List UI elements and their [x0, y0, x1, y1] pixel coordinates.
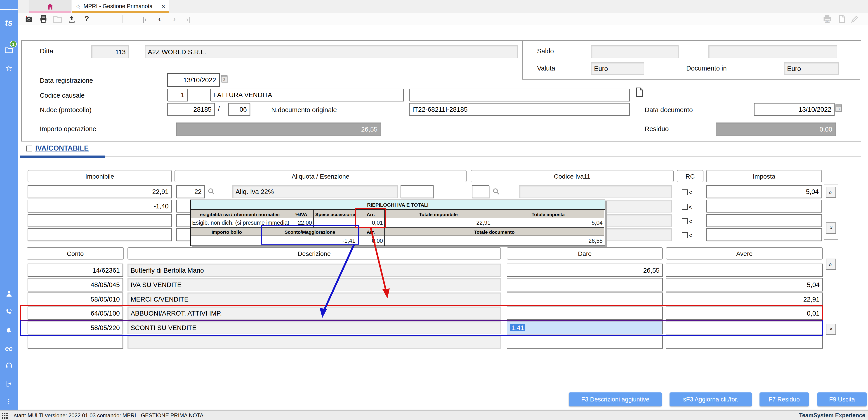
iva-aliquota-field[interactable]: 22: [176, 185, 205, 198]
sidebar-user-button[interactable]: [0, 288, 18, 300]
conto-avere-field[interactable]: [666, 264, 823, 277]
sidebar-logout-button[interactable]: [0, 378, 18, 389]
sf3-aggiorna-cli-for-button[interactable]: sF3 Aggiorna cli./for.: [670, 392, 752, 407]
conto-avere-field[interactable]: [666, 335, 823, 349]
sidebar-notifications-button[interactable]: [0, 325, 18, 336]
iva-rc-cell[interactable]: <: [682, 232, 692, 239]
sidebar-more-button[interactable]: ⋮: [0, 396, 18, 407]
conto-avere-field[interactable]: 5,04: [666, 278, 823, 291]
rc-checkbox[interactable]: [682, 218, 688, 224]
popup-header-cell: Spese accessorie: [314, 210, 357, 218]
popup-header-cell: %IVA: [289, 210, 314, 218]
conto-scroll-up-button[interactable]: «: [826, 259, 836, 269]
conto-code-field[interactable]: 58/05/010: [28, 293, 123, 306]
conto-code-field[interactable]: 58/05/220: [28, 321, 123, 334]
popup-value-cell: [191, 236, 263, 245]
conto-code-field[interactable]: [28, 335, 123, 349]
conto-dare-field[interactable]: 26,55: [507, 264, 663, 277]
tab-mpri-gestione-primanota[interactable]: ☆ MPRI - Gestione Primanota ✕: [72, 0, 169, 13]
attachment-button[interactable]: [635, 87, 644, 99]
pencil-icon: [850, 15, 859, 23]
codice-causale-field[interactable]: 1: [167, 89, 188, 101]
conto-dare-field[interactable]: [507, 278, 663, 291]
calendar-icon-2[interactable]: 3: [835, 104, 842, 112]
nav-prev-button[interactable]: ‹: [158, 14, 161, 24]
conto-dare-field[interactable]: [507, 293, 663, 306]
folder-light-icon: [53, 15, 62, 23]
ndoc-originale-field[interactable]: IT22-68211I-28185: [409, 103, 630, 116]
nav-first-button[interactable]: |‹: [143, 14, 147, 24]
conto-header-descrizione: Descrizione: [127, 247, 501, 260]
saldo-field-2: [708, 45, 837, 58]
popup-header-cell: Totale documento: [385, 228, 604, 236]
f9-uscita-button[interactable]: F9 Uscita: [817, 392, 867, 407]
data-registrazione-field[interactable]: 13/10/2022: [167, 73, 220, 87]
sidebar-phone-button[interactable]: [0, 306, 18, 318]
iva-imposta-field[interactable]: [706, 200, 822, 212]
iva-header-aliquota: Aliquota / Esenzione: [175, 170, 467, 182]
iva-imposta-field[interactable]: 5,04: [706, 185, 822, 198]
tab-iva-contabile[interactable]: IVA/CONTABILE: [35, 144, 89, 152]
ditta-code-field: 113: [91, 45, 129, 58]
screenshot-button[interactable]: [24, 14, 34, 24]
search-icon[interactable]: [492, 187, 500, 196]
iva-esenzione-field[interactable]: [401, 185, 434, 198]
conto-dare-field-selected[interactable]: 1,41: [507, 321, 663, 334]
ndoc-sezionale-field[interactable]: 06: [228, 103, 250, 116]
nav-next-button[interactable]: ›: [173, 14, 176, 24]
iva-contabile-checkbox[interactable]: [26, 146, 32, 151]
calendar-icon[interactable]: 3: [221, 75, 227, 82]
sidebar-favorites-button[interactable]: ☆: [0, 62, 18, 74]
conto-code-field[interactable]: 14/62361: [28, 264, 123, 277]
iva-scroll-up-button[interactable]: «: [826, 187, 836, 198]
conto-code-field[interactable]: 64/05/100: [28, 306, 123, 320]
menu-hamburger-icon[interactable]: [0, 4, 18, 16]
conto-scroll-down-button[interactable]: «: [826, 324, 836, 335]
causale-extra-field[interactable]: [409, 89, 630, 101]
search-icon[interactable]: [207, 187, 216, 196]
iva-codice-field[interactable]: [472, 185, 489, 198]
tab-close-icon[interactable]: ✕: [161, 3, 165, 9]
f7-residuo-button[interactable]: F7 Residuo: [760, 392, 809, 407]
iva-imponibile-field[interactable]: -1,40: [28, 200, 172, 212]
star-icon: ☆: [5, 63, 12, 73]
iva-imposta-field[interactable]: [706, 228, 822, 241]
conto-dare-field[interactable]: [507, 306, 663, 320]
iva-imponibile-field[interactable]: [28, 228, 172, 241]
conto-avere-field[interactable]: [666, 321, 823, 334]
app-grid-icon[interactable]: [2, 413, 8, 420]
open-folder-button[interactable]: [53, 14, 62, 24]
sidebar-support-button[interactable]: [0, 359, 18, 371]
sidebar-documents-button[interactable]: 1: [0, 44, 18, 56]
ec-logo: ec: [5, 344, 12, 352]
data-documento-field[interactable]: 13/10/2022: [754, 103, 835, 116]
nav-last-button[interactable]: ›|: [186, 14, 190, 24]
conto-avere-field[interactable]: 0,01: [666, 306, 823, 320]
ndoc-numero-field[interactable]: 28185: [167, 103, 215, 116]
iva-rc-cell[interactable]: <: [682, 203, 692, 211]
print-button[interactable]: [38, 14, 49, 24]
edit-button[interactable]: [849, 14, 860, 24]
iva-rc-cell[interactable]: <: [682, 188, 692, 196]
iva-imponibile-field[interactable]: [28, 214, 172, 227]
causale-descrizione-field[interactable]: FATTURA VENDITA: [210, 89, 404, 101]
f3-descrizioni-aggiuntive-button[interactable]: F3 Descrizioni aggiuntive: [569, 392, 662, 407]
conto-dare-field[interactable]: [507, 335, 663, 349]
print-pdf-button[interactable]: PDF: [822, 14, 832, 24]
new-document-button[interactable]: [837, 14, 847, 24]
export-button[interactable]: [66, 14, 76, 24]
favorite-star-icon[interactable]: ☆: [75, 3, 81, 10]
iva-imposta-field[interactable]: [706, 214, 822, 227]
conto-avere-field[interactable]: 22,91: [666, 293, 823, 306]
conto-code-field[interactable]: 48/05/045: [28, 278, 123, 291]
iva-rc-cell[interactable]: <: [682, 217, 692, 225]
sidebar-ec-button[interactable]: ec: [0, 342, 18, 354]
rc-checkbox[interactable]: [682, 189, 688, 195]
rc-checkbox[interactable]: [682, 204, 688, 210]
iva-imponibile-field[interactable]: 22,91: [28, 185, 172, 198]
help-button[interactable]: ?: [82, 14, 92, 24]
rc-checkbox[interactable]: [682, 232, 688, 238]
tab-home[interactable]: [29, 0, 71, 13]
iva-scroll-down-button[interactable]: «: [826, 222, 836, 233]
iva-codice-desc-field: [519, 185, 672, 198]
